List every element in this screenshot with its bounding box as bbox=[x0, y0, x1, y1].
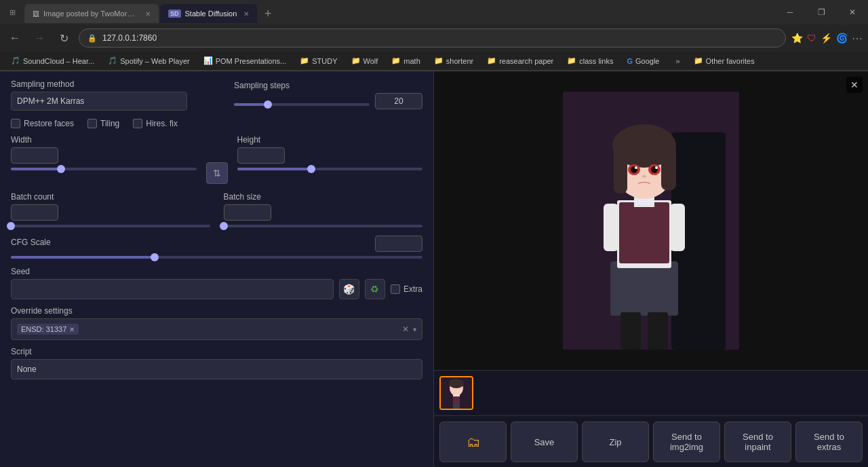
tab2-label: Stable Diffusion bbox=[185, 10, 237, 18]
svg-rect-2 bbox=[610, 261, 678, 316]
extra-checkbox[interactable]: Extra bbox=[391, 284, 422, 294]
batch-count-input[interactable]: 1 bbox=[11, 204, 58, 221]
bookmark-wolf[interactable]: 📁 Wolf bbox=[346, 55, 384, 67]
sampling-steps-input[interactable]: 20 bbox=[375, 93, 422, 109]
bookmark-class[interactable]: 📁 class links bbox=[561, 55, 618, 67]
tab1-favicon: 🖼 bbox=[33, 10, 39, 18]
tab-stable-diffusion[interactable]: SD Stable Diffusion ✕ bbox=[160, 4, 257, 23]
script-section: Script None bbox=[11, 347, 422, 379]
batch-count-col: Batch count 1 bbox=[11, 192, 210, 227]
extension-4[interactable]: 🌀 bbox=[836, 33, 848, 43]
bookmark-math-label: math bbox=[403, 57, 420, 65]
bookmark-google-icon: G bbox=[627, 57, 633, 65]
address-bar: ← → ↻ 🔒 127.0.0.1:7860 ⭐ 🛡 ⚡ 🌀 ⋯ bbox=[0, 24, 868, 52]
bookmark-pom-icon: 📊 bbox=[203, 56, 213, 65]
bookmark-spotify-label: Spotify – Web Player bbox=[120, 57, 190, 65]
extension-3[interactable]: ⚡ bbox=[821, 33, 832, 43]
bookmark-soundcloud-icon: 🎵 bbox=[11, 56, 20, 65]
send-extras-button[interactable]: Send to extras bbox=[795, 422, 863, 462]
bookmark-google[interactable]: G Google bbox=[621, 56, 665, 67]
tab1-close[interactable]: ✕ bbox=[145, 10, 151, 18]
tab2-close[interactable]: ✕ bbox=[243, 10, 249, 18]
bookmark-wolf-label: Wolf bbox=[363, 57, 378, 65]
extension-1[interactable]: ⭐ bbox=[791, 33, 803, 43]
generated-image-display bbox=[563, 92, 739, 350]
bookmark-study-label: STUDY bbox=[312, 57, 337, 65]
thumbnail-1[interactable] bbox=[439, 376, 473, 410]
steps-slider-thumb[interactable] bbox=[264, 100, 272, 109]
restore-faces-checkbox[interactable]: Restore faces bbox=[11, 119, 74, 128]
bookmark-shorten-icon: 📁 bbox=[434, 56, 443, 65]
minimize-button[interactable]: ─ bbox=[774, 3, 806, 22]
back-button[interactable]: ← bbox=[5, 29, 24, 48]
refresh-button[interactable]: ↻ bbox=[54, 29, 73, 48]
left-panel: Sampling method DPM++ 2M Karras Sampling… bbox=[0, 71, 434, 467]
recycle-button[interactable]: ♻ bbox=[365, 279, 385, 299]
new-tab-button[interactable]: + bbox=[258, 4, 277, 23]
ensd-tag-label: ENSD: 31337 bbox=[21, 325, 66, 333]
hires-fix-checkbox[interactable]: Hires. fix bbox=[133, 119, 178, 128]
folder-icon: 🗂 bbox=[467, 434, 480, 450]
width-slider-thumb[interactable] bbox=[57, 165, 65, 173]
svg-point-13 bbox=[647, 149, 669, 164]
override-dropdown-button[interactable]: ▾ bbox=[413, 326, 416, 333]
batch-size-label: Batch size bbox=[224, 192, 423, 202]
thumbnail-bar bbox=[434, 370, 868, 415]
send-extras-label: Send to extras bbox=[802, 432, 856, 452]
bookmark-research[interactable]: 📁 reasearch paper bbox=[481, 55, 559, 67]
bookmark-pom[interactable]: 📊 POM Presentations... bbox=[198, 55, 292, 67]
override-clear-button[interactable]: ✕ bbox=[402, 324, 409, 334]
open-folder-button[interactable]: 🗂 bbox=[439, 422, 507, 462]
other-favorites[interactable]: 📁 Other favorites bbox=[688, 55, 760, 67]
close-button[interactable]: ✕ bbox=[837, 3, 868, 22]
width-input[interactable]: 512 bbox=[11, 147, 58, 164]
dice-button[interactable]: 🎲 bbox=[339, 279, 359, 299]
bookmark-soundcloud[interactable]: 🎵 SoundCloud – Hear... bbox=[5, 55, 100, 67]
height-input[interactable]: 768 bbox=[237, 147, 285, 164]
bookmark-wolf-icon: 📁 bbox=[351, 56, 361, 65]
extension-2[interactable]: 🛡 bbox=[807, 33, 816, 43]
seed-section: Seed 1243095812 🎲 ♻ Extra bbox=[11, 267, 422, 299]
script-select[interactable]: None bbox=[11, 359, 422, 379]
maximize-button[interactable]: ❐ bbox=[806, 3, 837, 22]
forward-button[interactable]: → bbox=[30, 29, 49, 48]
sampling-method-label: Sampling method bbox=[11, 79, 187, 89]
bookmark-class-icon: 📁 bbox=[567, 56, 576, 65]
svg-point-29 bbox=[449, 379, 464, 388]
send-inpaint-button[interactable]: Send to inpaint bbox=[724, 422, 791, 462]
zip-button[interactable]: Zip bbox=[582, 422, 649, 462]
seed-input[interactable]: 1243095812 bbox=[11, 279, 334, 299]
svg-point-18 bbox=[635, 166, 637, 169]
ensd-tag: ENSD: 31337 ✕ bbox=[17, 324, 79, 335]
save-button[interactable]: Save bbox=[511, 422, 578, 462]
extension-menu[interactable]: ⋯ bbox=[852, 32, 863, 45]
hires-fix-box bbox=[133, 119, 142, 128]
sampling-method-select[interactable]: DPM++ 2M Karras bbox=[11, 92, 187, 111]
swap-dimensions-button[interactable]: ⇅ bbox=[206, 162, 228, 184]
batch-count-slider-thumb[interactable] bbox=[7, 222, 15, 230]
batch-count-label: Batch count bbox=[11, 192, 210, 202]
svg-point-6 bbox=[636, 198, 652, 205]
bookmark-research-icon: 📁 bbox=[487, 56, 496, 65]
more-bookmarks-button[interactable]: » bbox=[670, 56, 685, 67]
cfg-scale-input[interactable]: 8 bbox=[375, 236, 422, 252]
height-slider-thumb[interactable] bbox=[307, 165, 315, 173]
thumbnail-1-image bbox=[441, 377, 472, 409]
bookmark-study[interactable]: 📁 STUDY bbox=[294, 55, 342, 67]
close-image-button[interactable]: ✕ bbox=[846, 77, 863, 93]
bookmark-pom-label: POM Presentations... bbox=[216, 57, 287, 65]
batch-section: Batch count 1 Batch size 1 bbox=[11, 192, 422, 227]
batch-size-slider-thumb[interactable] bbox=[220, 222, 228, 230]
ensd-tag-remove[interactable]: ✕ bbox=[69, 326, 75, 333]
bookmark-spotify[interactable]: 🎵 Spotify – Web Player bbox=[102, 55, 195, 67]
url-text: 127.0.0.1:7860 bbox=[102, 33, 777, 43]
send-img2img-button[interactable]: Send to img2img bbox=[653, 422, 720, 462]
cfg-scale-slider-thumb[interactable] bbox=[151, 253, 159, 261]
bookmark-math[interactable]: 📁 math bbox=[386, 55, 425, 67]
url-box[interactable]: 🔒 127.0.0.1:7860 bbox=[79, 29, 786, 48]
bookmark-shorten[interactable]: 📁 shortenr bbox=[429, 55, 479, 67]
restore-faces-box bbox=[11, 119, 20, 128]
tiling-checkbox[interactable]: Tiling bbox=[87, 119, 119, 128]
tab-image-posted[interactable]: 🖼 Image posted by TwoMoreTimes... ✕ bbox=[24, 4, 159, 23]
batch-size-input[interactable]: 1 bbox=[224, 204, 271, 221]
